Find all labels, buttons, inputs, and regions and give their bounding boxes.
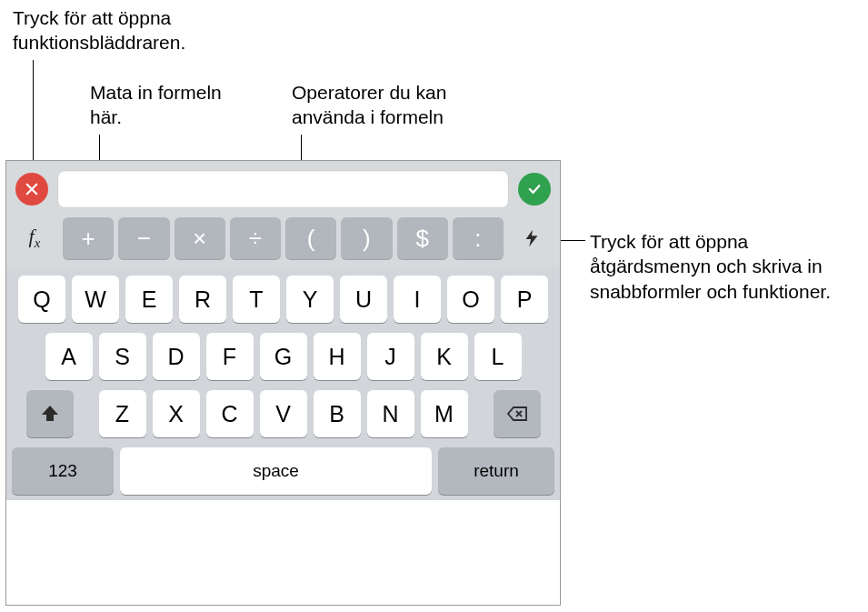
key-z[interactable]: Z [99,390,146,437]
formula-keyboard-panel: fx + − × ÷ ( ) $ : Q W E R T Y U I O P [5,160,561,606]
key-o[interactable]: O [447,276,494,323]
key-i[interactable]: I [394,276,441,323]
key-u[interactable]: U [340,276,387,323]
shift-icon [39,403,61,425]
callout-fx: Tryck för att öppna funktionsbläddraren. [13,5,249,55]
key-row-2: A S D F G H J K L [12,333,554,380]
key-k[interactable]: K [421,333,468,380]
quick-actions-button[interactable] [509,217,554,259]
key-v[interactable]: V [260,390,307,437]
formula-bar [6,161,560,214]
key-shift[interactable] [26,390,74,437]
callout-formula: Mata in formeln här. [90,80,244,130]
formula-input[interactable] [57,170,509,208]
key-q[interactable]: Q [18,276,65,323]
key-n[interactable]: N [367,390,414,437]
key-x[interactable]: X [153,390,200,437]
key-row-1: Q W E R T Y U I O P [12,276,554,323]
key-t[interactable]: T [233,276,280,323]
key-return[interactable]: return [438,447,554,495]
key-d[interactable]: D [153,333,200,380]
operator-colon[interactable]: : [453,217,504,259]
key-s[interactable]: S [99,333,146,380]
checkmark-icon [526,181,543,197]
key-j[interactable]: J [367,333,414,380]
fx-label: fx [29,225,41,251]
key-e[interactable]: E [125,276,173,323]
function-browser-button[interactable]: fx [12,217,57,259]
key-y[interactable]: Y [286,276,334,323]
key-row-bottom: 123 space return [12,447,554,495]
key-l[interactable]: L [474,333,522,380]
key-b[interactable]: B [314,390,361,437]
key-m[interactable]: M [421,390,468,437]
operator-row: fx + − × ÷ ( ) $ : [6,214,560,268]
key-row-3: Z X C V B N M [12,390,554,437]
key-w[interactable]: W [72,276,119,323]
key-g[interactable]: G [260,333,307,380]
callout-operators: Operatorer du kan använda i formeln [292,80,501,130]
operator-dollar[interactable]: $ [397,217,448,259]
key-c[interactable]: C [206,390,254,437]
key-123[interactable]: 123 [12,447,114,495]
key-a[interactable]: A [45,333,93,380]
key-backspace[interactable] [494,390,541,437]
backspace-icon [506,403,528,425]
key-space[interactable]: space [120,447,432,495]
key-p[interactable]: P [501,276,548,323]
operator-multiply[interactable]: × [175,217,225,259]
key-f[interactable]: F [206,333,254,380]
operator-divide[interactable]: ÷ [230,217,281,259]
operator-close-paren[interactable]: ) [341,217,392,259]
callout-bolt: Tryck för att öppna åtgärdsmenyn och skr… [590,229,853,304]
cancel-button[interactable] [15,173,48,206]
confirm-button[interactable] [518,173,551,206]
close-icon [24,181,40,197]
key-h[interactable]: H [314,333,361,380]
key-r[interactable]: R [179,276,226,323]
operator-plus[interactable]: + [63,217,114,259]
bolt-icon [522,228,542,248]
operator-open-paren[interactable]: ( [285,217,336,259]
qwerty-keyboard: Q W E R T Y U I O P A S D F G H J K L [6,268,560,500]
operator-minus[interactable]: − [118,217,169,259]
operator-keys: + − × ÷ ( ) $ : [63,217,504,259]
